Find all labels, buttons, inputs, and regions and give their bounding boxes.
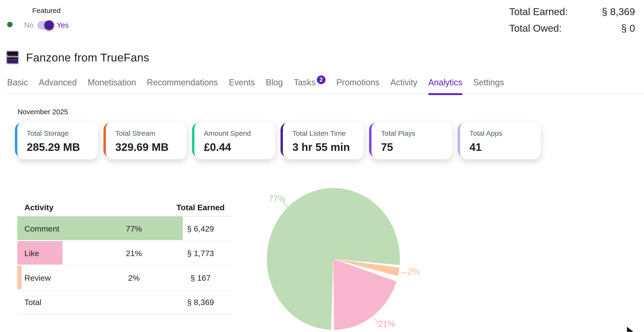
stat-card-value: 41: [470, 141, 541, 154]
featured-toggle-group: Featured No Yes: [22, 7, 71, 29]
earnings-pie-chart-container: 77%21%2%: [260, 182, 426, 332]
total-earned-column-header: Total Earned: [169, 203, 232, 212]
table-header-row: Activity Total Earned: [17, 199, 232, 217]
total-label: Total: [17, 298, 99, 307]
toggle-no-label: No: [24, 21, 34, 29]
stat-card-label: Total Plays: [381, 129, 452, 137]
featured-switch[interactable]: [38, 21, 53, 29]
activity-percent: 2%: [99, 273, 169, 283]
page-title: Fanzone from TrueFans: [26, 51, 150, 64]
total-earned-value: § 8,369: [574, 6, 635, 17]
activity-earned: § 167: [169, 273, 232, 283]
stat-card-value: 3 hr 55 min: [292, 141, 364, 154]
stat-card-value: 285.29 MB: [27, 141, 98, 154]
stat-card-amount-spend: Amount Spend £0.44: [194, 122, 275, 159]
tab-monetisation[interactable]: Monetisation: [88, 78, 136, 87]
stat-card-label: Total Listen Time: [292, 129, 364, 137]
stat-card-label: Amount Spend: [204, 129, 275, 137]
activity-percent: 21%: [99, 249, 169, 258]
activity-name: Comment: [17, 224, 99, 233]
logo-subtext: from TrueFans: [8, 59, 17, 60]
toggle-yes-label: Yes: [57, 21, 69, 29]
tab-bar: Basic Advanced Monetisation Recommendati…: [6, 78, 644, 94]
stat-card-label: Total Apps: [470, 129, 541, 137]
activity-earned: § 6,429: [169, 224, 232, 233]
stat-card-total-plays: Total Plays 75: [372, 122, 452, 159]
pie-label: 77%: [268, 194, 286, 204]
pie-chart: 77%21%2%: [260, 182, 426, 332]
tab-settings[interactable]: Settings: [473, 78, 504, 87]
activity-name: Review: [17, 273, 99, 283]
stat-card-value: 329.69 MB: [115, 141, 186, 154]
stat-card-total-storage: Total Storage 285.29 MB: [17, 122, 98, 159]
total-value: § 8,369: [169, 298, 232, 307]
table-total-row: Total § 8,369: [17, 290, 232, 315]
table-row-review: Review 2% § 167: [17, 266, 232, 290]
stat-card-label: Total Stream: [115, 129, 186, 137]
stat-card-total-listen-time: Total Listen Time 3 hr 55 min: [283, 122, 364, 159]
activity-name: Like: [17, 249, 99, 258]
tab-advanced[interactable]: Advanced: [39, 78, 77, 87]
stat-card-label: Total Storage: [27, 129, 98, 137]
tab-basic[interactable]: Basic: [7, 78, 28, 87]
total-earned-label: Total Earned:: [509, 6, 568, 17]
tab-activity[interactable]: Activity: [390, 78, 418, 87]
stat-card-value: £0.44: [204, 141, 275, 154]
tab-analytics[interactable]: Analytics: [428, 78, 462, 87]
stat-card-value: 75: [381, 141, 452, 154]
switch-knob[interactable]: [44, 20, 54, 30]
activity-percent: 77%: [99, 224, 169, 233]
pie-label: 2%: [408, 267, 420, 276]
table-row-like: Like 21% § 1,773: [17, 241, 232, 266]
activity-table: Activity Total Earned Comment 77% § 6,42…: [17, 199, 232, 315]
table-row-comment: Comment 77% § 6,429: [17, 217, 232, 241]
total-owed-value: § 0: [574, 23, 635, 34]
totals-summary: Total Earned: § 8,369 Total Owed: § 0: [509, 6, 635, 34]
tab-tasks-label: Tasks: [294, 78, 316, 87]
activity-column-header: Activity: [17, 203, 99, 212]
activity-earned: § 1,773: [169, 249, 232, 258]
stat-cards-row: Total Storage 285.29 MB Total Stream 329…: [17, 122, 541, 159]
tab-recommendations[interactable]: Recommendations: [147, 78, 218, 87]
mouse-cursor-icon: [625, 326, 636, 332]
tab-events[interactable]: Events: [229, 78, 255, 87]
logo-text: fanzone: [7, 55, 18, 58]
tab-blog[interactable]: Blog: [266, 78, 283, 87]
tasks-count-badge: 2: [317, 75, 326, 84]
pie-label: 21%: [378, 319, 395, 329]
tab-tasks[interactable]: Tasks2: [294, 78, 326, 88]
status-dot: [7, 22, 12, 27]
pie-label-leader-line: [400, 272, 407, 273]
featured-label: Featured: [32, 7, 60, 15]
stat-card-total-stream: Total Stream 329.69 MB: [106, 122, 186, 159]
stat-card-total-apps: Total Apps 41: [460, 122, 541, 159]
total-owed-label: Total Owed:: [509, 23, 568, 34]
title-row: fanzone from TrueFans Fanzone from TrueF…: [6, 51, 150, 64]
tab-promotions[interactable]: Promotions: [336, 78, 380, 87]
fanzone-logo: fanzone from TrueFans: [6, 51, 19, 64]
month-label: November 2025: [18, 108, 68, 116]
